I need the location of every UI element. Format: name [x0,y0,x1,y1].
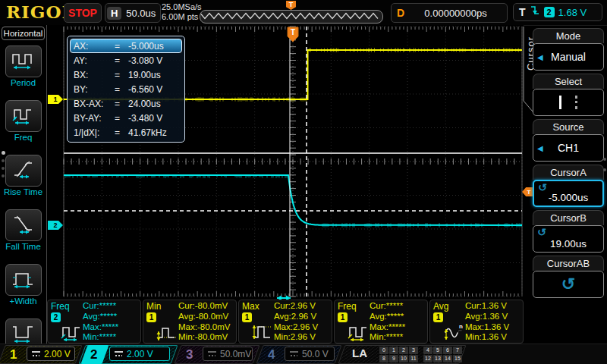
menu-tab-outline [522,25,533,344]
measurement-cell-freq-ch2[interactable]: Freq 2 Cur:***** Avg:***** Max:***** Min… [47,300,141,344]
menu-page-dots [2,151,5,177]
ch2-coupling-icon [114,349,124,359]
group-cursor-b: CursorB ↺ 19.00us [533,210,604,253]
channel4-status[interactable]: 4 50.0 V [259,345,338,364]
channel-status-bar: 1 2.00 V 2 2.00 V 3 50.0mV 4 [0,344,607,364]
delay-box[interactable]: D 0.00000000ps [391,3,508,23]
cursor-row-bx: BX:=19.00us [70,67,182,82]
left-arrow-icon: ◀ [537,144,543,152]
left-menu-title: Horizontal [2,27,45,40]
max-measure-icon [251,322,274,344]
acquisition-info: 25.0MSa/s 6.00M pts [162,2,202,22]
trigger-level-value: 1.68 V [558,7,587,18]
cursor-row-bxax: BX-AX:=24.00us [70,96,182,111]
freq-icon [11,104,36,128]
menu-item-fall-time[interactable]: Fall Time [0,209,46,259]
menu-item-freq[interactable]: Freq [0,100,46,149]
measurement-cell-min-ch1[interactable]: Min 1 Cur:-80.0mV Avg:-80.0mV Max:-80.0m… [143,300,237,344]
cursor-ab-label: CursorAB [533,256,604,271]
cursor-ab-button[interactable]: ↺ [533,271,604,298]
delay-value: 0.00000000ps [404,8,507,19]
cursor-a-button[interactable]: ↺ -5.000us [533,180,604,207]
select-button[interactable] [533,89,604,116]
logic-analyzer-status[interactable]: LA 0123456789101112131415 [341,345,463,364]
top-status-bar: RIGOL STOP H 50.0us 25.0MSa/s 6.00M pts … [0,0,607,26]
knob-icon: ↺ [537,226,546,238]
pos-width-icon [11,268,36,292]
measurement-bar: Freq 2 Cur:***** Avg:***** Max:***** Min… [47,300,524,344]
cursor-row-by: BY:=-6.560 V [70,82,182,96]
svg-text:T: T [291,28,295,36]
period-icon [11,49,36,74]
left-arrow-icon: ◀ [537,53,543,61]
memory-position-bar[interactable] [200,10,383,24]
la-bit-grid: 0123456789101112131415 [379,347,462,363]
right-menu-page-dots [603,158,606,171]
source-button[interactable]: ◀ CH1 [533,134,604,162]
oscilloscope-screen: RIGOL STOP H 50.0us 25.0MSa/s 6.00M pts … [0,0,607,364]
avg-measure-icon: n [442,322,465,344]
h-label: H [107,7,121,20]
rise-time-icon [11,158,36,183]
cursor-row-byay: BY-AY:=-3.480 V [70,111,182,125]
cursor-b-label: CursorB [533,210,604,225]
cursor-row-freq: 1/|dX|:=41.67kHz [70,125,182,140]
cursor-a-line-icon [559,96,561,109]
ch1-coupling-icon [31,349,41,359]
source-label: Source [533,119,604,134]
ch3-coupling-icon [207,349,217,359]
waveform-display[interactable]: T 1 2 AX:=-5.000us AY:=-3.080 V BX:=19.0… [47,25,524,300]
group-cursor-a: CursorA ↺ -5.000us [533,165,604,207]
group-cursor-ab: CursorAB ↺ [533,256,604,298]
memory-depth: 6.00M pts [162,12,202,22]
select-label: Select [533,74,604,89]
cursor-b-line-icon [575,96,577,109]
ch4-coupling-icon [289,349,299,359]
svg-text:n: n [459,323,463,330]
cursor-row-ay: AY:=-3.080 V [70,53,182,67]
cursor-b-button[interactable]: ↺ 19.00us [533,225,604,253]
measurement-cell-max-ch1[interactable]: Max 1 Cur:2.96 V Avg:2.96 V Max:2.96 V M… [238,300,332,344]
freq-measure-icon [60,322,83,344]
knob-icon: ↺ [561,275,575,294]
cursor-readout-box: AX:=-5.000us AY:=-3.080 V BX:=19.00us BY… [67,36,185,143]
menu-item-period[interactable]: Period [0,46,46,95]
mode-button[interactable]: ◀ Manual [533,43,604,71]
horizontal-scale-box[interactable]: H 50.0us [105,3,161,23]
trigger-status-box[interactable]: T 2 1.68 V [513,3,602,21]
trigger-source-badge: 2 [544,7,555,17]
cursor-a-label: CursorA [533,165,604,180]
memory-trigger-marker[interactable]: T [286,1,296,10]
cursor-row-ax: AX:=-5.000us [70,39,182,53]
memory-waveform-icon [200,11,381,21]
measurement-cell-avg-ch1[interactable]: Avg 1 n Cur:1.36 V Avg:1.36 V Max:1.36 V… [429,300,524,344]
group-mode: Mode ◀ Manual [533,28,604,71]
h-scale-value: 50.0us [121,8,160,19]
horizontal-measure-menu: Horizontal Period Freq Rise Time Fall Ti… [0,25,47,344]
trigger-label: T [519,6,526,18]
measurement-cell-freq-ch1[interactable]: Freq 1 Cur:***** Avg:***** Max:***** Min… [334,300,428,344]
fall-time-icon [11,213,36,237]
sample-rate: 25.0MSa/s [162,2,202,12]
min-measure-icon [156,322,178,344]
channel2-status[interactable]: 2 2.00 V [82,345,175,364]
menu-item-pos-width[interactable]: +Width [0,264,46,313]
group-select: Select [533,74,604,116]
channel3-status[interactable]: 3 50.0mV [178,345,256,364]
mode-label: Mode [533,28,604,43]
cursor-softkey-menu: Mode ◀ Manual Select Source ◀ CH1 Cursor… [533,28,604,298]
group-source: Source ◀ CH1 [533,119,604,162]
falling-edge-icon [530,5,540,20]
channel1-status[interactable]: 1 2.00 V [2,345,79,364]
freq-measure-icon [347,322,370,344]
delay-label: D [397,7,404,19]
menu-item-rise-time[interactable]: Rise Time [0,155,46,204]
run-state-badge[interactable]: STOP [64,3,102,23]
